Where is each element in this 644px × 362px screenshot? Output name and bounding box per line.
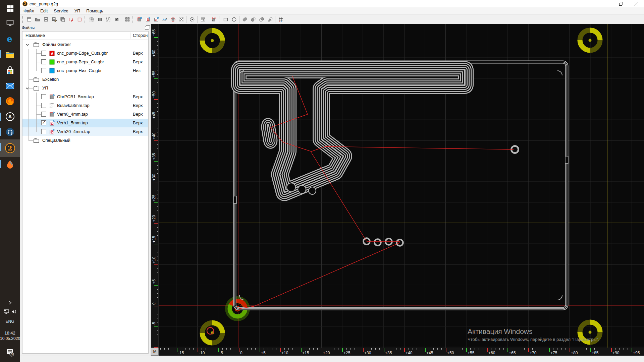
droplet-app-button[interactable] bbox=[0, 157, 20, 172]
save-file-as-button[interactable] bbox=[50, 15, 58, 23]
circle-a-app-button[interactable]: A bbox=[0, 109, 20, 124]
bool-union-icon bbox=[242, 17, 248, 22]
folder-row[interactable]: Файлы Gerber bbox=[22, 40, 148, 49]
file-visibility-checkbox[interactable] bbox=[41, 112, 46, 117]
menu-edit[interactable]: Edit bbox=[37, 8, 51, 14]
file-visibility-checkbox[interactable] bbox=[41, 94, 46, 99]
toolbar-drag-handle[interactable] bbox=[132, 16, 134, 23]
horizontal-ruler: -15-10-50+5+10+15+20+25+30+35+40+45+50+5… bbox=[151, 348, 644, 356]
drill-circle-button[interactable] bbox=[169, 15, 177, 23]
folder-row[interactable]: Специальный bbox=[22, 136, 148, 145]
tap-spiral-icon bbox=[49, 120, 55, 126]
file-label: Verh0_4mm.tap bbox=[57, 112, 88, 117]
close-button[interactable] bbox=[629, 0, 644, 7]
firefox-button[interactable] bbox=[0, 94, 20, 109]
file-row[interactable]: Bulavka3mm.tapВерх bbox=[22, 101, 148, 110]
close-icon bbox=[635, 2, 638, 6]
pinned-app-button[interactable] bbox=[0, 15, 20, 30]
headset-app-button[interactable] bbox=[0, 125, 20, 139]
speaker-icon[interactable] bbox=[11, 309, 16, 314]
minimize-button[interactable] bbox=[598, 0, 613, 7]
zoom-fit-button[interactable] bbox=[96, 15, 104, 23]
menu-помощь[interactable]: Помощь bbox=[83, 8, 106, 14]
pin-holes-button[interactable] bbox=[177, 15, 185, 23]
tray-clock[interactable]: 18:42 10.05.2020 bbox=[0, 330, 20, 342]
folder-row[interactable]: УП bbox=[22, 84, 148, 93]
bool-subtract-button[interactable] bbox=[249, 15, 257, 23]
gcode-g-button[interactable] bbox=[144, 15, 152, 23]
file-row[interactable]: Verh20_4mm.tapВерх bbox=[22, 127, 148, 136]
tray-icons bbox=[0, 309, 20, 315]
save-all-button[interactable] bbox=[58, 15, 67, 23]
file-row[interactable]: Verh0_4mm.tapВерх bbox=[22, 110, 148, 119]
language-indicator[interactable]: ENG bbox=[0, 319, 20, 324]
menu-service[interactable]: Service bbox=[51, 8, 71, 14]
g2g-app-button[interactable]: 2 bbox=[0, 139, 20, 157]
save-file-button[interactable] bbox=[42, 15, 50, 23]
mill-grid-button[interactable] bbox=[276, 15, 285, 23]
file-row[interactable]: ObrPCB1_5мм.tapВерх bbox=[22, 93, 148, 101]
menu-уп[interactable]: УП bbox=[71, 8, 84, 14]
zoom-fit-icon bbox=[97, 17, 103, 22]
folder-row[interactable]: Excellon bbox=[22, 75, 148, 84]
file-visibility-checkbox[interactable] bbox=[41, 129, 46, 134]
toolbar-drag-handle[interactable] bbox=[85, 16, 86, 23]
draw-rectangle-button[interactable] bbox=[221, 15, 230, 23]
menu-файл[interactable]: Файл bbox=[20, 8, 37, 14]
file-visibility-checkbox[interactable] bbox=[41, 120, 46, 125]
file-visibility-checkbox[interactable] bbox=[41, 51, 46, 56]
tree-header[interactable]: Название Сторона bbox=[22, 32, 148, 40]
drawing-canvas[interactable]: Активация Windows Чтобы активировать Win… bbox=[159, 24, 644, 348]
file-row[interactable]: cnc_pump-Низ_Cu.gbrНиз bbox=[22, 66, 148, 75]
mail-button[interactable] bbox=[0, 78, 20, 93]
transform-shape-button[interactable] bbox=[209, 15, 218, 23]
title-bar[interactable]: 2 cnc_pump.g2g bbox=[20, 0, 644, 7]
file-visibility-checkbox[interactable] bbox=[41, 59, 46, 64]
toolbar-drag-handle[interactable] bbox=[219, 16, 220, 23]
expand-chevron-icon[interactable] bbox=[25, 43, 30, 47]
float-panel-icon[interactable] bbox=[145, 26, 149, 29]
draw-circle-icon bbox=[231, 17, 237, 22]
zoom-extents-button[interactable] bbox=[104, 15, 112, 23]
notification-icon: 3 bbox=[6, 348, 14, 357]
bool-xor-button[interactable] bbox=[266, 15, 274, 23]
canvas-area: Активация Windows Чтобы активировать Win… bbox=[151, 24, 644, 356]
store-button[interactable] bbox=[0, 63, 20, 78]
file-visibility-checkbox[interactable] bbox=[41, 68, 46, 73]
select-region-button[interactable] bbox=[87, 15, 96, 23]
bool-intersect-button[interactable] bbox=[257, 15, 266, 23]
file-row[interactable]: Acnc_pump-Edge_Cuts.gbrВерх bbox=[22, 49, 148, 58]
network-icon[interactable] bbox=[4, 309, 10, 314]
file-visibility-checkbox[interactable] bbox=[41, 103, 46, 108]
gcode-list-button[interactable] bbox=[152, 15, 160, 23]
edit-path-button[interactable] bbox=[160, 15, 169, 23]
explorer-button[interactable] bbox=[0, 47, 20, 62]
bool-union-button[interactable] bbox=[240, 15, 249, 23]
restore-button[interactable] bbox=[613, 0, 629, 7]
new-project-button[interactable] bbox=[25, 15, 33, 23]
start-button[interactable] bbox=[0, 1, 20, 16]
draw-circle-button[interactable] bbox=[230, 15, 238, 23]
edit-red-layer-button[interactable] bbox=[67, 15, 75, 23]
file-row[interactable]: cnc_pump-Верх_Cu.gbrВерх bbox=[22, 58, 148, 66]
file-row[interactable]: Verh1_5mm.tapВерх bbox=[22, 119, 148, 127]
tray-expand-button[interactable] bbox=[0, 300, 20, 306]
file-side: Верх bbox=[133, 112, 143, 117]
edge-button[interactable]: e bbox=[0, 32, 20, 46]
run-machine-button[interactable] bbox=[188, 15, 196, 23]
notification-center-button[interactable]: 3 bbox=[0, 348, 20, 358]
open-file-button[interactable] bbox=[33, 15, 42, 23]
zoom-selection-button[interactable] bbox=[112, 15, 121, 23]
red-frame-button[interactable] bbox=[75, 15, 84, 23]
expand-chevron-icon[interactable] bbox=[25, 86, 30, 90]
tile-windows-icon bbox=[125, 17, 130, 22]
tile-windows-button[interactable] bbox=[123, 15, 131, 23]
properties-form-button[interactable] bbox=[199, 15, 207, 23]
files-panel-title: Файлы bbox=[22, 25, 35, 30]
edit-red-layer-icon bbox=[68, 17, 74, 22]
files-panel-titlebar[interactable]: Файлы bbox=[20, 24, 151, 31]
ruler-units-box[interactable]: M bbox=[151, 348, 159, 356]
file-side: Верх bbox=[133, 120, 143, 125]
gcode-copper-button[interactable] bbox=[135, 15, 144, 23]
toolbar-drag-handle[interactable] bbox=[22, 16, 24, 23]
